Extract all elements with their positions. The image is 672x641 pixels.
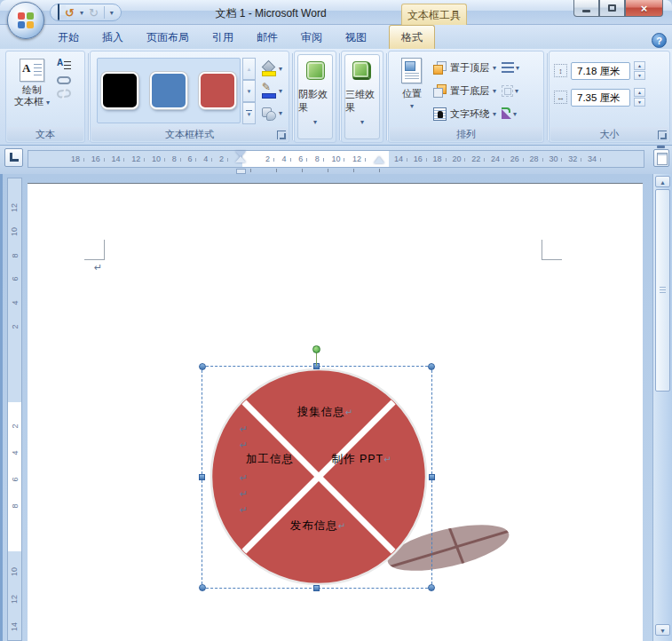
tab-format[interactable]: 格式 bbox=[389, 25, 435, 49]
redo-button[interactable]: ↻ bbox=[89, 7, 99, 19]
shape-fill-icon bbox=[261, 61, 276, 76]
resize-handle-right[interactable] bbox=[429, 474, 435, 480]
shape-width-field[interactable]: 7.35 厘米 bbox=[571, 89, 630, 107]
gallery-more-button[interactable]: ▼ bbox=[242, 102, 256, 124]
group-separator bbox=[88, 53, 89, 140]
draw-textbox-icon: A bbox=[20, 59, 44, 82]
draw-textbox-label-2: 文本框 ▾ bbox=[14, 96, 50, 108]
customize-qat-button[interactable]: ▾ bbox=[110, 9, 114, 17]
tab-selector-button[interactable] bbox=[4, 148, 23, 167]
ruler-number: 28 bbox=[530, 154, 543, 163]
group-separator bbox=[339, 53, 340, 140]
height-spin-up[interactable]: ▲ bbox=[634, 61, 645, 70]
scrollbar-thumb[interactable] bbox=[655, 189, 670, 392]
vruler-top-margin: 12108642 bbox=[8, 178, 21, 402]
hanging-indent-marker[interactable] bbox=[235, 156, 246, 162]
rotate-icon bbox=[502, 109, 511, 119]
window-edge bbox=[0, 174, 3, 641]
textbox-selection[interactable] bbox=[202, 366, 432, 589]
ruler-number: 18 bbox=[71, 154, 84, 163]
rotation-stem bbox=[316, 352, 317, 366]
break-link-icon[interactable] bbox=[57, 89, 72, 99]
text-direction-icon[interactable] bbox=[57, 59, 71, 71]
ruler-number: 6 bbox=[298, 154, 307, 163]
resize-handle-bottom-left[interactable] bbox=[199, 584, 206, 591]
scroll-up-button[interactable]: ▲ bbox=[655, 176, 670, 187]
view-ruler-toggle-button[interactable] bbox=[653, 149, 669, 167]
office-button[interactable] bbox=[7, 2, 44, 39]
split-handle[interactable] bbox=[657, 146, 665, 148]
width-spin-down[interactable]: ▼ bbox=[634, 98, 645, 107]
width-spin-up[interactable]: ▲ bbox=[634, 88, 645, 97]
tab-page-layout[interactable]: 页面布局 bbox=[135, 26, 201, 49]
ruler-left-margin: 18161412108642 bbox=[28, 151, 242, 167]
create-link-icon[interactable] bbox=[57, 76, 71, 84]
tab-view[interactable]: 视图 bbox=[334, 26, 378, 49]
help-button[interactable]: ? bbox=[652, 33, 667, 48]
text-boundary-corner-right bbox=[542, 240, 562, 260]
ruler-number: 18 bbox=[433, 154, 447, 163]
resize-handle-bottom[interactable] bbox=[313, 585, 320, 591]
scroll-down-button[interactable]: ▼ bbox=[655, 624, 670, 636]
close-button[interactable]: × bbox=[625, 0, 663, 17]
thumb-grip-icon bbox=[660, 287, 666, 293]
tab-review[interactable]: 审阅 bbox=[289, 26, 334, 49]
dialog-launcher-size[interactable] bbox=[658, 131, 667, 139]
dialog-launcher-styles[interactable] bbox=[277, 131, 286, 139]
draw-textbox-button[interactable]: A 绘制 文本框 ▾ bbox=[12, 57, 52, 110]
ruler-number: 26 bbox=[510, 154, 524, 163]
resize-handle-top-left[interactable] bbox=[199, 363, 206, 370]
gallery-scroll-down-button[interactable]: ▼ bbox=[242, 80, 256, 102]
style-swatch[interactable] bbox=[150, 72, 187, 109]
resize-handle-bottom-right[interactable] bbox=[428, 584, 435, 591]
undo-dropdown[interactable]: ▾ bbox=[80, 9, 83, 17]
rotation-handle[interactable] bbox=[312, 345, 320, 353]
save-icon bbox=[58, 4, 59, 20]
shape-height-field[interactable]: 7.18 厘米 bbox=[571, 62, 630, 80]
ruler-right-margin: 1416182022242628303234 bbox=[389, 151, 644, 167]
position-button[interactable]: 位置 ▾ bbox=[394, 56, 430, 125]
save-button[interactable] bbox=[58, 4, 59, 20]
resize-handle-left[interactable] bbox=[199, 474, 205, 480]
tab-references[interactable]: 引用 bbox=[201, 26, 245, 49]
change-shape-button[interactable]: ▾ bbox=[259, 103, 284, 123]
shape-outline-button[interactable]: ✎ ▾ bbox=[259, 81, 284, 100]
ruler-number: 16 bbox=[91, 154, 105, 163]
vruler-bottom-margin: 101214 bbox=[8, 551, 21, 640]
group-caption-arrange: 排列 bbox=[390, 127, 542, 141]
ruler-number: 10 bbox=[10, 227, 19, 236]
shadow-effects-button[interactable]: 阴影效果 ▾ bbox=[297, 54, 333, 139]
height-spin-down[interactable]: ▼ bbox=[634, 71, 645, 80]
shape-fill-button[interactable]: ▾ bbox=[259, 59, 284, 78]
3d-effects-button[interactable]: 三维效果 ▾ bbox=[344, 54, 380, 139]
3d-effects-dropdown: ▾ bbox=[360, 118, 364, 126]
send-to-back-button[interactable]: 置于底层 ▾ bbox=[433, 79, 496, 102]
ruler-number: 14 bbox=[394, 154, 407, 163]
style-swatch[interactable] bbox=[199, 72, 236, 109]
ruler-number: 20 bbox=[452, 154, 465, 163]
tab-insert[interactable]: 插入 bbox=[91, 26, 135, 49]
shadow-effects-dropdown: ▾ bbox=[313, 118, 317, 126]
minimize-button[interactable] bbox=[573, 0, 599, 17]
rotate-button[interactable]: ▾ bbox=[502, 102, 519, 125]
tab-home[interactable]: 开始 bbox=[46, 26, 91, 49]
send-to-back-icon bbox=[433, 84, 447, 98]
style-swatch[interactable] bbox=[101, 72, 138, 109]
align-icon bbox=[502, 62, 514, 73]
text-wrapping-button[interactable]: 文字环绕 ▾ bbox=[433, 102, 496, 125]
ruler-number: 12 bbox=[352, 154, 366, 163]
tab-mailings[interactable]: 邮件 bbox=[245, 26, 289, 49]
vertical-scrollbar[interactable]: ▲ ▼ bbox=[652, 174, 672, 641]
right-indent-marker[interactable] bbox=[374, 156, 384, 163]
restore-button[interactable] bbox=[599, 0, 625, 17]
gallery-scroll-up-button[interactable]: ▲ bbox=[242, 58, 256, 80]
shape-width-icon: ↔ bbox=[554, 91, 567, 104]
shape-fill-dropdown: ▾ bbox=[279, 65, 282, 73]
resize-handle-top-right[interactable] bbox=[428, 363, 435, 370]
shape-outline-dropdown: ▾ bbox=[279, 87, 282, 95]
align-button[interactable]: ▾ bbox=[502, 56, 519, 79]
ruler-number: 10 bbox=[331, 154, 344, 163]
bring-to-front-button[interactable]: 置于顶层 ▾ bbox=[433, 56, 496, 79]
ruler-number: 2 bbox=[219, 154, 228, 163]
group-objects-button[interactable]: ▾ bbox=[502, 79, 519, 102]
